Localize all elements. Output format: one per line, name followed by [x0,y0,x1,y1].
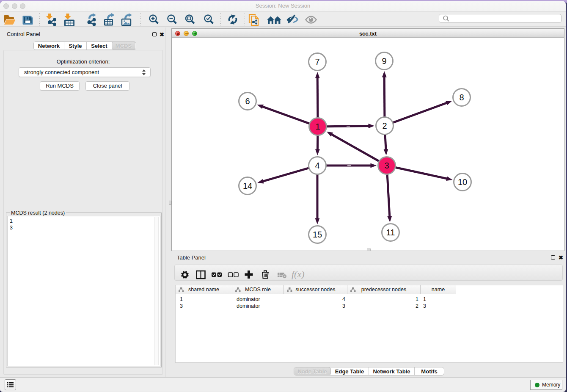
svg-text:7: 7 [315,57,319,66]
svg-text:10: 10 [458,177,467,187]
svg-text:3: 3 [384,161,389,170]
svg-text:8: 8 [459,93,464,102]
svg-text:1: 1 [315,122,320,131]
svg-text:15: 15 [313,230,322,239]
svg-text:14: 14 [243,181,252,190]
svg-text:2: 2 [382,121,387,130]
svg-text:4: 4 [315,161,319,170]
svg-text:11: 11 [386,228,395,237]
svg-text:f(x): f(x) [292,269,305,279]
svg-text:6: 6 [245,97,250,106]
svg-text:9: 9 [382,56,386,66]
